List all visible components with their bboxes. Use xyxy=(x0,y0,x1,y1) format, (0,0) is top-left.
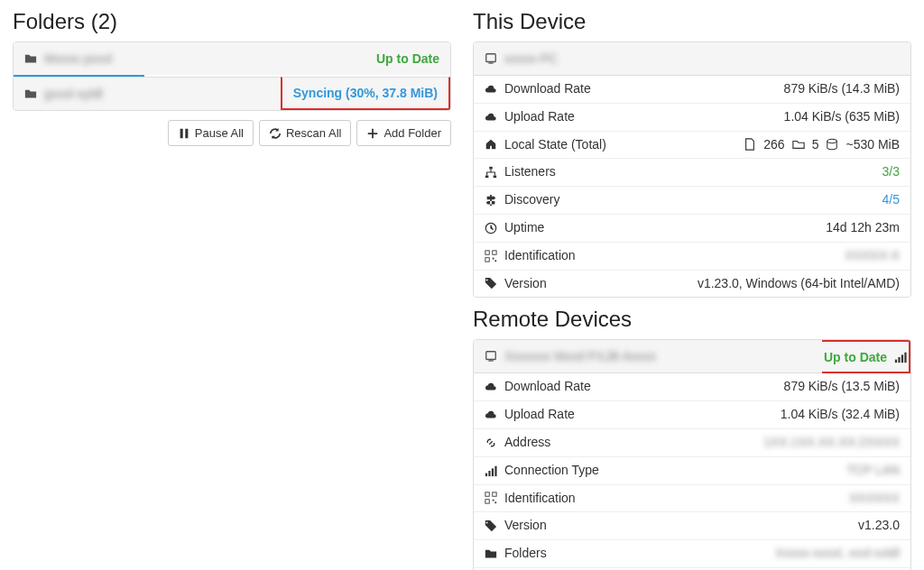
clock-icon xyxy=(485,222,497,234)
add-folder-label: Add Folder xyxy=(383,126,441,140)
svg-rect-26 xyxy=(485,500,489,503)
row-value: 1XX.1XX.XX.XX:2XXXX xyxy=(763,432,900,454)
folder-status: Up to Date xyxy=(376,51,439,66)
size-value: ~530 MiB xyxy=(845,134,900,156)
local-state-row: Local State (Total) 266 5 ~530 MiB xyxy=(474,131,910,159)
row-value: 266 5 ~530 MiB xyxy=(744,134,900,156)
tag-icon xyxy=(485,519,497,532)
files-count: 266 xyxy=(763,134,784,156)
identification-row: Identification XXXXX-X xyxy=(474,242,910,270)
svg-rect-18 xyxy=(901,354,903,363)
row-value: v1.23.0 xyxy=(858,515,900,537)
row-label: Identification xyxy=(504,245,576,267)
svg-rect-2 xyxy=(486,54,496,62)
upload-rate-row: Upload Rate 1.04 KiB/s (32.4 MiB) xyxy=(474,400,910,428)
listeners-row: Listeners 3/3 xyxy=(474,158,910,186)
plus-icon xyxy=(366,127,379,140)
this-device-header[interactable]: xxxxx-PC xyxy=(474,42,910,76)
svg-rect-25 xyxy=(493,492,496,496)
version-row: Version v1.23.0 xyxy=(474,511,910,539)
svg-rect-19 xyxy=(904,353,906,363)
rescan-all-label: Rescan All xyxy=(286,126,341,140)
disk-icon xyxy=(826,138,838,151)
remote-device-status: Up to Date xyxy=(824,350,887,364)
pause-all-label: Pause All xyxy=(195,126,244,140)
connection-type-row: Connection Type TCP LAN xyxy=(474,456,910,484)
folder-icon xyxy=(24,87,37,100)
folders-heading-suffix: ) xyxy=(110,9,117,33)
rescan-all-button[interactable]: Rescan All xyxy=(259,120,351,146)
right-column: This Device xxxxx-PC Download Rate 879 K… xyxy=(473,9,911,570)
refresh-icon xyxy=(269,127,282,140)
folders-heading: Folders (2) xyxy=(13,9,451,34)
add-folder-button[interactable]: Add Folder xyxy=(356,120,451,146)
svg-rect-1 xyxy=(185,128,188,138)
folder-icon xyxy=(485,547,497,560)
row-value[interactable]: XXXXXX xyxy=(849,488,900,510)
folder-item[interactable]: gxxxl-xyldl xyxy=(14,77,281,110)
pause-icon xyxy=(178,127,190,140)
device-icon xyxy=(485,350,497,363)
folder-icon xyxy=(24,52,37,65)
row-value: 879 KiB/s (13.5 MiB) xyxy=(784,376,900,398)
row-label: Download Rate xyxy=(504,78,591,100)
svg-rect-16 xyxy=(895,360,897,363)
row-value: 14d 12h 23m xyxy=(826,217,900,239)
cloud-download-icon xyxy=(485,381,497,393)
svg-rect-28 xyxy=(494,502,496,504)
folder-status-highlight: Syncing (30%, 37.8 MiB) xyxy=(281,77,450,110)
cloud-upload-icon xyxy=(485,111,497,124)
remote-device-header[interactable]: Xxxxxxx Mxxd PXJB Axxxx xyxy=(474,340,822,373)
row-label: Download Rate xyxy=(504,376,591,398)
svg-point-4 xyxy=(827,140,837,143)
folder-name: Mxxxx pxxxl xyxy=(44,51,112,66)
device-name: xxxxx-PC xyxy=(504,51,558,66)
upload-rate-row: Upload Rate 1.04 KiB/s (635 MiB) xyxy=(474,103,910,131)
device-icon xyxy=(485,52,497,65)
row-value[interactable]: 4/5 xyxy=(882,189,900,211)
svg-rect-12 xyxy=(493,257,494,259)
svg-rect-0 xyxy=(180,128,182,138)
svg-rect-10 xyxy=(493,251,496,254)
signal-icon xyxy=(894,351,907,363)
link-icon xyxy=(485,437,497,449)
svg-rect-23 xyxy=(494,465,496,475)
row-value: TCP LAN xyxy=(846,460,900,482)
svg-rect-17 xyxy=(898,357,900,363)
row-label: Uptime xyxy=(504,217,544,239)
row-label: Version xyxy=(504,515,547,537)
row-label: Connection Type xyxy=(504,460,599,482)
folder-item[interactable]: Mxxxx pxxxl Up to Date xyxy=(14,42,450,75)
svg-rect-21 xyxy=(488,471,490,476)
row-label: Address xyxy=(504,432,550,454)
remote-device-panel: Xxxxxxx Mxxd PXJB Axxxx Up to Date Downl… xyxy=(473,339,911,570)
folders-count: 5 xyxy=(812,134,819,156)
signal-icon xyxy=(485,464,497,477)
svg-rect-13 xyxy=(494,260,496,262)
svg-rect-22 xyxy=(492,468,494,476)
home-icon xyxy=(485,138,497,151)
identification-row: Identification XXXXXX xyxy=(474,484,910,512)
svg-rect-5 xyxy=(489,167,493,170)
folders-row: Folders Xxxxx-xxxxl, xxxl-xxldl xyxy=(474,539,910,567)
pause-all-button[interactable]: Pause All xyxy=(168,120,254,146)
row-value: v1.23.0, Windows (64-bit Intel/AMD) xyxy=(698,273,900,295)
qr-icon xyxy=(485,492,497,504)
row-value: Xxxxx-xxxxl, xxxl-xxldl xyxy=(775,543,900,565)
folders-column: Folders (2) Mxxxx pxxxl Up to Date gxxxl… xyxy=(13,9,451,570)
row-value[interactable]: 3/3 xyxy=(882,161,900,183)
row-value[interactable]: XXXXX-X xyxy=(845,245,900,267)
qr-icon xyxy=(485,250,497,262)
folder-status[interactable]: Syncing (30%, 37.8 MiB) xyxy=(293,86,438,100)
svg-rect-7 xyxy=(494,176,497,179)
row-label: Version xyxy=(504,273,547,295)
remote-devices-heading: Remote Devices xyxy=(473,307,911,332)
folders-panel: Mxxxx pxxxl Up to Date gxxxl-xyldl Synci… xyxy=(13,41,451,111)
address-row: Address 1XX.1XX.XX.XX:2XXXX xyxy=(474,428,910,456)
folders-count: 2 xyxy=(98,9,110,33)
svg-rect-9 xyxy=(485,251,489,254)
cloud-upload-icon xyxy=(485,409,497,421)
svg-rect-24 xyxy=(485,492,489,496)
this-device-heading: This Device xyxy=(473,9,911,34)
svg-rect-27 xyxy=(493,500,494,501)
